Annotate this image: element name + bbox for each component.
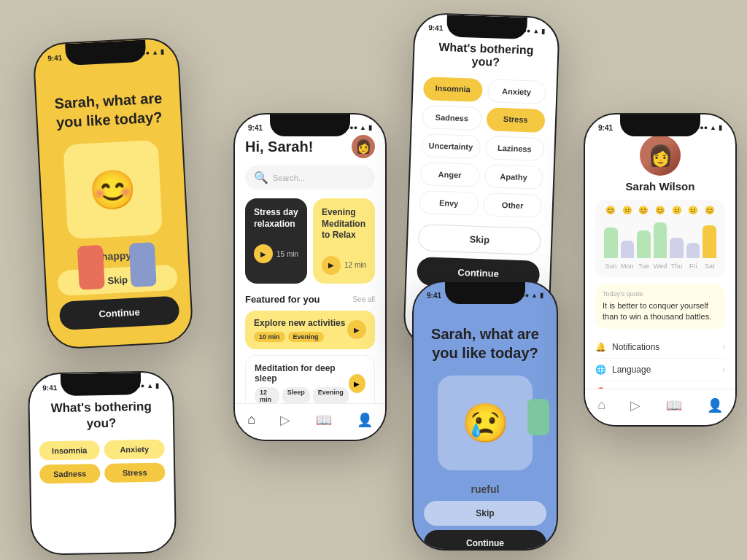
chevron-language: › [722, 365, 725, 375]
activity1-tag-2: Evening [288, 332, 324, 342]
card2-time: 12 min [344, 261, 366, 269]
menu-notifications-left: 🔔 Notifications [595, 342, 659, 352]
tag4-anxiety[interactable]: Anxiety [487, 79, 546, 104]
bar-mon: 😐 [621, 207, 635, 258]
activity-card-1[interactable]: Explore new activities 10 min Evening ▶ [245, 311, 375, 349]
play-button-2[interactable]: ▶ [322, 256, 341, 275]
tag4-apathy[interactable]: Apathy [484, 164, 543, 190]
tag4-stress[interactable]: Stress [486, 107, 546, 133]
nav-home-icon[interactable]: ⌂ [247, 412, 255, 427]
phone5-skip-button[interactable]: Skip [424, 501, 546, 526]
nav-profile-icon[interactable]: 👤 [357, 412, 373, 428]
music-cards: Stress day relaxation ▶ 15 min Evening M… [245, 198, 375, 284]
search-placeholder: Search... [273, 174, 305, 182]
tag-insomnia[interactable]: Insomnia [39, 440, 99, 460]
menu-notifications[interactable]: 🔔 Notifications › [595, 336, 725, 359]
battery-icon-2: ▮ [155, 382, 159, 389]
menu-language[interactable]: 🌐 Language › [595, 359, 725, 381]
activity2-tag-1: 12 min [255, 387, 279, 405]
tag4-sadness[interactable]: Sadness [422, 105, 482, 131]
tag-sadness[interactable]: Sadness [39, 464, 100, 483]
card1-footer: ▶ 15 min [254, 244, 298, 263]
phone3-content: Hi, Sarah! 👩 🔍 Search... Stress day rela… [235, 135, 385, 413]
notch-2 [61, 373, 142, 396]
phone1-content: Sarah, what are you like today? 😊 happy … [35, 58, 194, 350]
music-card-evening[interactable]: Evening Meditation to Relax ▶ 12 min [313, 198, 375, 284]
bar-sat: 😊 [703, 207, 716, 258]
phone1-skip-button[interactable]: Skip [57, 265, 178, 297]
emoji-sat: 😊 [705, 206, 715, 215]
profile-nav-library[interactable]: 📖 [666, 397, 682, 413]
profile-nav-profile[interactable]: 👤 [707, 397, 723, 413]
day-mon: Mon [619, 262, 636, 270]
status-time-5: 9:41 [427, 292, 441, 300]
activity2-play[interactable]: ▶ [349, 374, 365, 393]
wifi-icon-6: ▲ [710, 124, 716, 131]
battery-icon: ▮ [160, 48, 165, 55]
phone2-content: What's bothering you? Insomnia Anxiety S… [29, 398, 174, 484]
bar-fri-fill [686, 243, 700, 258]
emoji-mon: 😐 [622, 206, 632, 215]
chart-days: Sun Mon Tue Wed Thu Fri Sat [603, 262, 718, 270]
home-greeting: Hi, Sarah! [245, 139, 313, 155]
phone1-greeting: Sarah, what are you like today? [48, 88, 169, 133]
tag4-other[interactable]: Other [483, 192, 543, 218]
home-header: Hi, Sarah! 👩 [245, 135, 375, 158]
battery-icon-6: ▮ [719, 124, 722, 131]
tag4-uncertainty[interactable]: Uncertainty [421, 133, 481, 159]
bar-fri: 😐 [686, 207, 700, 258]
tag4-insomnia[interactable]: Insomnia [423, 77, 483, 102]
color-block-green [527, 399, 549, 435]
tag4-envy[interactable]: Envy [419, 190, 479, 216]
activity2-info: Meditation for deep sleep 12 min Sleep E… [255, 363, 349, 405]
avatar-home[interactable]: 👩 [352, 135, 375, 158]
see-all-button[interactable]: See all [352, 295, 375, 303]
avatar-profile: 👩 [640, 135, 681, 176]
status-time-6: 9:41 [598, 124, 613, 132]
profile-name: Sarah Wilson [626, 180, 695, 192]
phone4-skip-button[interactable]: Skip [418, 224, 541, 255]
phone-bothering-small: 9:41 ●●● ▲ ▮ What's bothering you? Insom… [28, 370, 177, 555]
profile-nav-home[interactable]: ⌂ [597, 397, 605, 413]
notch-3 [270, 114, 350, 136]
profile-section: 👩 Sarah Wilson [595, 135, 725, 192]
bar-sat-fill [703, 225, 716, 259]
bar-thu: 😐 [670, 207, 684, 258]
status-time-1: 9:41 [47, 53, 63, 62]
activity2-tag-2: Sleep [282, 387, 310, 405]
phone4-title: What's bothering you? [424, 40, 547, 71]
status-time-3: 9:41 [248, 124, 263, 132]
happy-emoji: 😊 [88, 169, 138, 209]
day-sun: Sun [603, 262, 619, 270]
phone2-title: What's bothering you? [38, 399, 164, 433]
nav-play-icon[interactable]: ▷ [280, 412, 290, 428]
tag-stress[interactable]: Stress [104, 463, 165, 483]
play-button-1[interactable]: ▶ [254, 244, 273, 263]
tag4-laziness[interactable]: Laziness [485, 136, 545, 161]
phone-happy: 9:41 ●●● ▲ ▮ Sarah, what are you like to… [32, 36, 194, 350]
emoji-tue: 😊 [638, 206, 649, 215]
face-card-happy: 😊 [63, 140, 163, 240]
quote-box: Today's quote It is better to conquer yo… [595, 284, 725, 329]
profile-nav-play[interactable]: ▷ [630, 397, 640, 413]
notifications-label: Notifications [612, 342, 659, 352]
search-bar[interactable]: 🔍 Search... [245, 166, 375, 190]
notifications-icon: 🔔 [595, 342, 606, 352]
bottom-nav-profile: ⌂ ▷ 📖 👤 [585, 389, 735, 425]
emoji-wed: 😊 [655, 206, 665, 215]
tag4-anger[interactable]: Anger [420, 162, 480, 187]
phone1-continue-button[interactable]: Continue [59, 296, 180, 331]
rueful-emoji: 😢 [462, 404, 509, 442]
activity2-tag-3: Evening [313, 387, 349, 405]
color-block-red [77, 245, 105, 290]
day-thu: Thu [668, 262, 685, 270]
phone5-continue-button[interactable]: Continue [424, 530, 546, 551]
bar-tue: 😊 [637, 207, 651, 258]
status-time-4: 9:41 [428, 23, 443, 32]
battery-icon-3: ▮ [368, 124, 372, 131]
activity1-play[interactable]: ▶ [347, 320, 366, 339]
phone2-tags: Insomnia Anxiety Sadness Stress [39, 440, 165, 484]
music-card-stress[interactable]: Stress day relaxation ▶ 15 min [245, 198, 307, 284]
nav-library-icon[interactable]: 📖 [316, 412, 332, 428]
tag-anxiety[interactable]: Anxiety [104, 440, 164, 459]
